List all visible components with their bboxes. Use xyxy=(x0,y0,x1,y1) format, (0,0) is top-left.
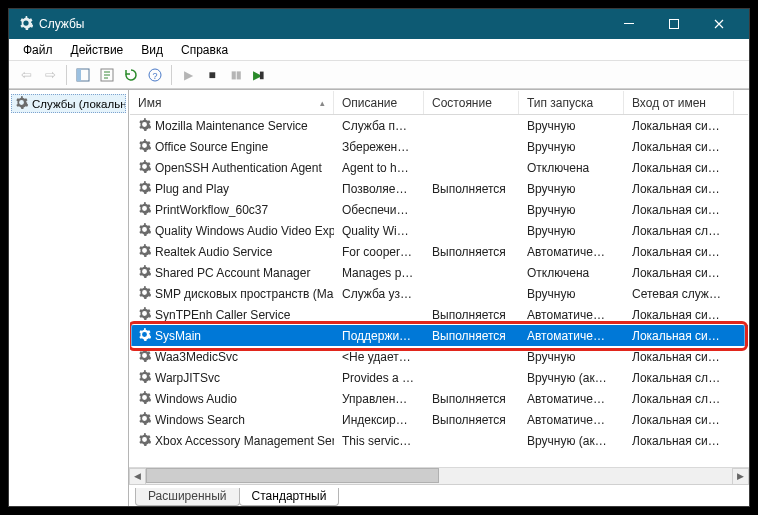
column-name[interactable]: Имя xyxy=(130,91,334,114)
service-startup: Вручную xyxy=(519,119,624,133)
service-row[interactable]: Quality Windows Audio Video Experien…Qua… xyxy=(130,220,748,241)
service-row[interactable]: Office Source EngineЗбережен…ВручнуюЛока… xyxy=(130,136,748,157)
titlebar[interactable]: Службы xyxy=(9,9,749,39)
scroll-right-icon[interactable]: ▶ xyxy=(732,468,749,485)
column-description[interactable]: Описание xyxy=(334,91,424,114)
gear-icon xyxy=(138,370,151,386)
service-row[interactable]: Mozilla Maintenance ServiceСлужба п…Вруч… xyxy=(130,115,748,136)
service-row[interactable]: Windows AudioУправлен…ВыполняетсяАвтомат… xyxy=(130,388,748,409)
column-logon[interactable]: Вход от имен xyxy=(624,91,734,114)
service-startup: Отключена xyxy=(519,266,624,280)
service-row[interactable]: Realtek Audio ServiceFor cooper…Выполняе… xyxy=(130,241,748,262)
service-name: PrintWorkflow_60c37 xyxy=(155,203,268,217)
service-description: Служба уз… xyxy=(334,287,424,301)
service-description: <Не удает… xyxy=(334,350,424,364)
service-row[interactable]: Waa3MedicSvc<Не удает…ВручнуюЛокальная с… xyxy=(130,346,748,367)
column-startup[interactable]: Тип запуска xyxy=(519,91,624,114)
service-logon: Локальная си… xyxy=(624,308,734,322)
service-name: SysMain xyxy=(155,329,201,343)
column-state[interactable]: Состояние xyxy=(424,91,519,114)
gear-icon xyxy=(138,286,151,302)
service-name: Quality Windows Audio Video Experien… xyxy=(155,224,334,238)
gear-icon xyxy=(138,181,151,197)
main-area: Службы (локальн Имя Описание Состояние Т… xyxy=(9,89,749,506)
menu-action[interactable]: Действие xyxy=(63,41,132,59)
service-row[interactable]: SMP дисковых пространств (Майкро…Служба … xyxy=(130,283,748,304)
scroll-left-icon[interactable]: ◀ xyxy=(129,468,146,485)
gear-icon xyxy=(138,433,151,449)
service-logon: Локальная сл… xyxy=(624,224,734,238)
svg-rect-1 xyxy=(669,20,678,29)
service-startup: Вручную xyxy=(519,182,624,196)
service-name: Realtek Audio Service xyxy=(155,245,272,259)
close-button[interactable] xyxy=(696,9,741,39)
service-row[interactable]: Shared PC Account ManagerManages p…Отклю… xyxy=(130,262,748,283)
toolbar: ⇦ ⇨ ? ▶ ■ ▮▮ ▶▮ xyxy=(9,61,749,89)
service-description: Збережен… xyxy=(334,140,424,154)
service-name: SMP дисковых пространств (Майкро… xyxy=(155,287,334,301)
gear-icon xyxy=(138,328,151,344)
gear-icon xyxy=(138,349,151,365)
stop-service-button[interactable]: ■ xyxy=(201,64,223,86)
service-startup: Вручную (ак… xyxy=(519,371,624,385)
service-row[interactable]: OpenSSH Authentication AgentAgent to h…О… xyxy=(130,157,748,178)
forward-button[interactable]: ⇨ xyxy=(39,64,61,86)
separator xyxy=(171,65,172,85)
service-state: Выполняется xyxy=(424,182,519,196)
service-description: Индексир… xyxy=(334,413,424,427)
service-state: Выполняется xyxy=(424,329,519,343)
service-startup: Автоматиче… xyxy=(519,392,624,406)
menubar: Файл Действие Вид Справка xyxy=(9,39,749,61)
service-name: Office Source Engine xyxy=(155,140,268,154)
sidebar-item-services-local[interactable]: Службы (локальн xyxy=(11,94,126,113)
svg-text:?: ? xyxy=(152,70,157,80)
pause-service-button[interactable]: ▮▮ xyxy=(225,64,247,86)
service-name: Waa3MedicSvc xyxy=(155,350,238,364)
tab-standard[interactable]: Стандартный xyxy=(239,488,340,506)
gear-icon xyxy=(138,118,151,134)
service-row[interactable]: Plug and PlayПозволяе…ВыполняетсяВручную… xyxy=(130,178,748,199)
horizontal-scrollbar[interactable]: ◀ ▶ xyxy=(129,467,749,484)
service-logon: Сетевая служ… xyxy=(624,287,734,301)
service-row[interactable]: WarpJITSvcProvides a …Вручную (ак…Локаль… xyxy=(130,367,748,388)
service-logon: Локальная сл… xyxy=(624,392,734,406)
service-startup: Вручную xyxy=(519,350,624,364)
gear-icon xyxy=(138,307,151,323)
minimize-button[interactable] xyxy=(606,9,651,39)
gear-icon xyxy=(15,96,28,111)
service-row[interactable]: Windows SearchИндексир…ВыполняетсяАвтома… xyxy=(130,409,748,430)
scroll-track[interactable] xyxy=(146,468,732,485)
service-state: Выполняется xyxy=(424,413,519,427)
menu-help[interactable]: Справка xyxy=(173,41,236,59)
start-service-button[interactable]: ▶ xyxy=(177,64,199,86)
service-name: Xbox Accessory Management Service xyxy=(155,434,334,448)
service-logon: Локальная си… xyxy=(624,140,734,154)
back-button[interactable]: ⇦ xyxy=(15,64,37,86)
service-state: Выполняется xyxy=(424,245,519,259)
gear-icon xyxy=(138,265,151,281)
maximize-button[interactable] xyxy=(651,9,696,39)
service-row[interactable]: SysMainПоддержи…ВыполняетсяАвтоматиче…Ло… xyxy=(130,325,748,346)
service-startup: Вручную xyxy=(519,203,624,217)
help-button[interactable]: ? xyxy=(144,64,166,86)
gear-icon xyxy=(138,223,151,239)
export-button[interactable] xyxy=(96,64,118,86)
menu-view[interactable]: Вид xyxy=(133,41,171,59)
refresh-button[interactable] xyxy=(120,64,142,86)
show-hide-button[interactable] xyxy=(72,64,94,86)
service-row[interactable]: PrintWorkflow_60c37Обеспечи…ВручнуюЛокал… xyxy=(130,199,748,220)
restart-service-button[interactable]: ▶▮ xyxy=(249,64,271,86)
service-row[interactable]: SynTPEnh Caller ServiceВыполняетсяАвтома… xyxy=(130,304,748,325)
service-logon: Локальная си… xyxy=(624,245,734,259)
app-gear-icon xyxy=(19,16,33,33)
service-description: For cooper… xyxy=(334,245,424,259)
svg-rect-3 xyxy=(77,69,81,81)
list-rows[interactable]: Mozilla Maintenance ServiceСлужба п…Вруч… xyxy=(130,115,748,466)
scroll-thumb[interactable] xyxy=(146,468,439,483)
service-startup: Вручную xyxy=(519,287,624,301)
service-row[interactable]: Xbox Accessory Management ServiceThis se… xyxy=(130,430,748,451)
menu-file[interactable]: Файл xyxy=(15,41,61,59)
service-startup: Вручную (ак… xyxy=(519,434,624,448)
tab-extended[interactable]: Расширенный xyxy=(135,488,240,506)
service-name: Windows Search xyxy=(155,413,245,427)
